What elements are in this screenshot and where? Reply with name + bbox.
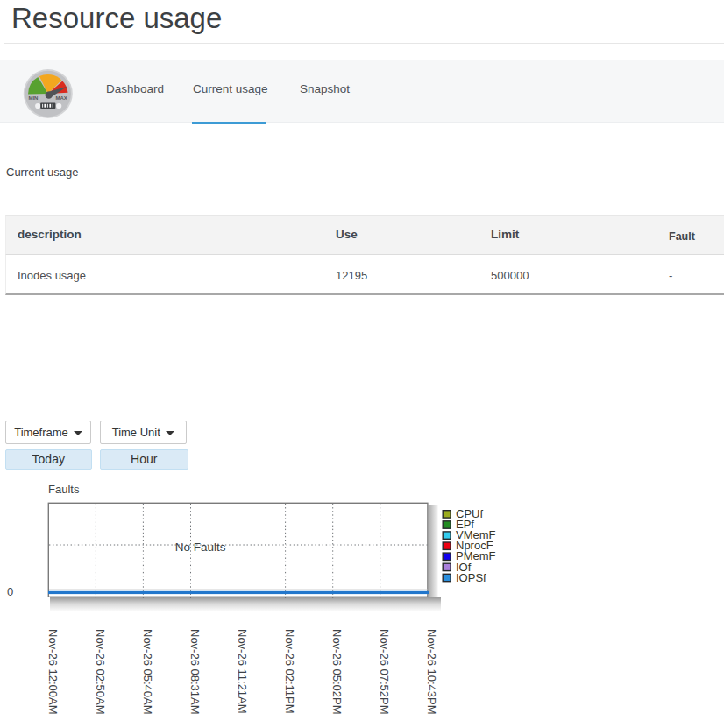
svg-text:MAX: MAX bbox=[55, 95, 67, 101]
svg-text:Nov-26 11:21AM: Nov-26 11:21AM bbox=[236, 629, 249, 714]
svg-text:Nov-26 08:31AM: Nov-26 08:31AM bbox=[188, 629, 202, 715]
svg-text:Faults: Faults bbox=[48, 483, 80, 496]
svg-text:0: 0 bbox=[7, 585, 13, 598]
svg-text:No Faults: No Faults bbox=[175, 541, 226, 554]
svg-text:MIN: MIN bbox=[28, 95, 38, 101]
svg-text:Nov-26 07:52PM: Nov-26 07:52PM bbox=[378, 629, 391, 715]
svg-text:Nov-26 02:50AM: Nov-26 02:50AM bbox=[94, 629, 107, 715]
svg-text:Nov-26 10:43PM: Nov-26 10:43PM bbox=[425, 629, 438, 715]
svg-text:Nov-26 05:02PM: Nov-26 05:02PM bbox=[330, 629, 344, 715]
svg-text:Nov-26 12:00AM: Nov-26 12:00AM bbox=[46, 629, 60, 715]
svg-text:Nov-26 02:11PM: Nov-26 02:11PM bbox=[283, 629, 296, 714]
svg-text:Nov-26 05:40AM: Nov-26 05:40AM bbox=[141, 629, 154, 715]
svg-text:IOPSf: IOPSf bbox=[456, 571, 486, 584]
